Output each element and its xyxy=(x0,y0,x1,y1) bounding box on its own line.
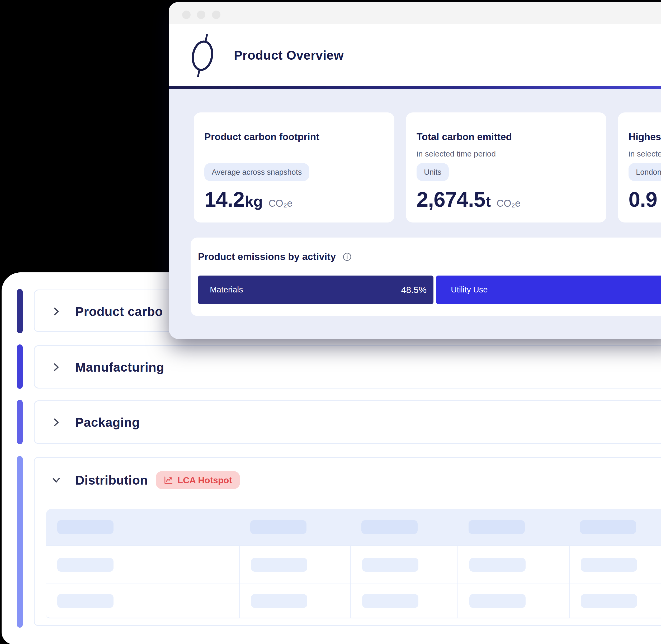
skeleton-cell xyxy=(46,546,239,583)
chevron-right-icon[interactable] xyxy=(51,306,62,317)
stat-card-total-carbon-emitted: Total carbon emitted in selected time pe… xyxy=(406,112,606,223)
skeleton-cell xyxy=(457,546,569,583)
window-header: Product Overview xyxy=(169,24,661,86)
stat-unit: t xyxy=(486,192,491,210)
emissions-by-activity-card: Product emissions by activity Materials … xyxy=(190,237,661,316)
chevron-right-icon[interactable] xyxy=(51,417,62,428)
stat-card-value-row: 14.2 kg CO₂e xyxy=(204,187,293,212)
skeleton-table-row xyxy=(46,545,661,583)
page-title: Product Overview xyxy=(234,48,344,63)
skeleton-header-cell xyxy=(569,509,661,545)
skeleton-header-cell xyxy=(350,509,457,545)
product-overview-window: Product Overview Product carbon footprin… xyxy=(169,2,661,339)
skeleton-pill xyxy=(469,558,526,572)
stat-card-title: Total carbon emitted xyxy=(416,132,512,142)
skeleton-pill xyxy=(361,520,418,534)
stat-co2e-suffix: CO₂e xyxy=(497,198,520,209)
segment-label: Utility Use xyxy=(451,285,488,295)
accent-bar-packaging xyxy=(17,400,23,444)
bar-segment-materials: Materials 48.5% xyxy=(198,276,433,304)
stat-card-badge: London xyxy=(629,163,661,181)
skeleton-pill xyxy=(362,558,418,572)
skeleton-pill xyxy=(581,594,637,608)
info-icon[interactable] xyxy=(343,252,351,261)
skeleton-cell xyxy=(350,546,457,583)
accordion-row-label: Distribution xyxy=(75,473,148,487)
skeleton-table xyxy=(46,509,661,618)
accordion-row-label: Product carbo xyxy=(75,304,163,319)
stat-card-badge: Average across snapshots xyxy=(204,163,309,181)
stat-co2e-suffix: CO₂e xyxy=(269,198,292,209)
skeleton-pill xyxy=(362,594,418,608)
skeleton-header-cell xyxy=(457,509,569,545)
trend-chart-icon xyxy=(164,475,173,485)
skeleton-pill xyxy=(469,520,525,534)
header-divider xyxy=(169,86,661,89)
stat-card-title: Highest xyxy=(629,132,661,142)
chevron-right-icon[interactable] xyxy=(51,362,62,372)
stat-card-subtitle: in selected xyxy=(629,150,661,158)
skeleton-cell xyxy=(457,584,569,618)
skeleton-pill xyxy=(580,520,636,534)
stat-card-highest: Highest in selected London 0.9 xyxy=(618,112,661,223)
window-control-dot[interactable] xyxy=(197,10,205,19)
lca-hotspot-label: LCA Hotspot xyxy=(177,475,232,485)
skeleton-pill xyxy=(469,594,526,608)
accordion-row-packaging[interactable]: Packaging xyxy=(34,400,661,444)
stat-card-value-row: 2,674.5 t CO₂e xyxy=(416,187,521,212)
skeleton-pill xyxy=(581,558,637,572)
page: { "window": { "title": "Product Overview… xyxy=(0,0,661,644)
window-content: Product carbon footprint Average across … xyxy=(169,89,661,339)
stat-value: 14.2 xyxy=(204,187,245,212)
accent-bar-distribution xyxy=(17,456,23,628)
emissions-stacked-bar: Materials 48.5% Utility Use xyxy=(198,276,661,304)
skeleton-pill xyxy=(251,594,307,608)
accordion-row-distribution[interactable]: Distribution LCA Hotspot xyxy=(34,457,661,626)
skeleton-cell xyxy=(46,584,239,618)
skeleton-table-row xyxy=(46,583,661,618)
chevron-down-icon[interactable] xyxy=(51,475,62,485)
accordion-row-label: Packaging xyxy=(75,415,140,430)
accent-bar-manufacturing xyxy=(17,344,23,389)
skeleton-table-header xyxy=(46,509,661,545)
skeleton-header-cell xyxy=(46,509,239,545)
stat-card-title: Product carbon footprint xyxy=(204,132,319,142)
app-logo-icon xyxy=(188,33,217,78)
stat-card-value-row: 0.9 xyxy=(629,187,657,212)
accordion-row-header[interactable]: Distribution LCA Hotspot xyxy=(35,458,661,503)
emissions-section-title: Product emissions by activity xyxy=(198,251,336,262)
skeleton-pill xyxy=(251,558,307,572)
stat-value: 2,674.5 xyxy=(416,187,485,212)
accordion-row-manufacturing[interactable]: Manufacturing xyxy=(34,345,661,389)
skeleton-cell xyxy=(569,546,661,583)
skeleton-cell xyxy=(569,584,661,618)
segment-value: 48.5% xyxy=(401,285,427,295)
skeleton-cell xyxy=(350,584,457,618)
bar-segment-utility-use: Utility Use xyxy=(436,276,661,304)
stat-card-badge: Units xyxy=(416,163,449,181)
skeleton-pill xyxy=(250,520,306,534)
skeleton-pill xyxy=(57,594,114,608)
window-control-dot[interactable] xyxy=(182,10,190,19)
skeleton-pill xyxy=(57,520,114,534)
stat-card-product-carbon-footprint: Product carbon footprint Average across … xyxy=(194,112,394,223)
stat-unit: kg xyxy=(245,192,263,210)
skeleton-cell xyxy=(239,546,350,583)
accordion-row-label: Manufacturing xyxy=(75,360,164,374)
segment-label: Materials xyxy=(210,285,243,295)
skeleton-pill xyxy=(57,558,114,572)
lca-hotspot-badge: LCA Hotspot xyxy=(156,471,240,489)
accordion-row-header[interactable]: Manufacturing xyxy=(35,346,661,388)
skeleton-header-cell xyxy=(239,509,350,545)
stat-value: 0.9 xyxy=(629,187,657,212)
skeleton-cell xyxy=(239,584,350,618)
window-control-dot[interactable] xyxy=(212,10,221,19)
window-titlebar xyxy=(169,2,661,24)
accordion-row-header[interactable]: Packaging xyxy=(35,401,661,443)
stat-card-subtitle: in selected time period xyxy=(416,150,496,158)
accent-bar-product-carbon xyxy=(17,289,23,334)
